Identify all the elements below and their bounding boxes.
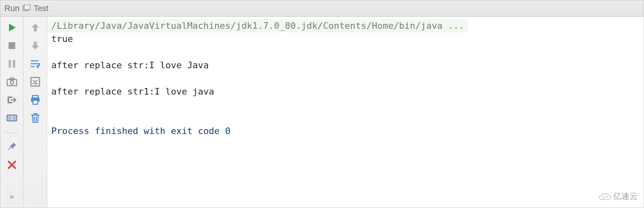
left-action-gutter: ······ » [0,17,23,208]
scroll-to-end-button[interactable] [28,74,43,89]
run-body: ······ » [0,17,644,208]
arrow-down-icon [30,40,41,51]
exit-button[interactable] [5,92,19,107]
exit-icon [6,94,18,106]
stop-button[interactable] [5,38,19,53]
soft-wrap-button[interactable] [28,56,43,71]
console-action-gutter [23,17,47,208]
close-icon [6,159,18,171]
layout-icon [6,112,18,124]
run-header: Run Test [0,0,644,17]
output-line: true [47,32,644,46]
close-button[interactable] [5,157,19,172]
svg-rect-3 [8,60,11,68]
play-icon [6,22,18,33]
console-output[interactable]: /Library/Java/JavaVirtualMachines/jdk1.7… [47,17,644,208]
tool-window-title: Run [5,4,20,13]
run-tool-window: Run Test [0,0,644,208]
expand-button[interactable]: » [5,189,19,203]
pause-button[interactable] [5,56,19,71]
watermark-text: 亿速云 [613,190,638,203]
pin-icon [6,141,18,153]
svg-rect-10 [12,116,16,120]
chevron-double-right-icon: » [9,192,14,200]
svg-rect-2 [8,42,15,49]
clear-all-button[interactable] [28,111,43,125]
run-config-name: Test [34,4,49,13]
cloud-icon [598,193,612,201]
separator-dots: ······ [5,129,19,135]
run-config-icon [22,5,30,13]
down-stack-button[interactable] [28,38,43,53]
trash-icon [30,112,41,124]
dump-threads-button[interactable] [5,74,19,89]
stop-icon [6,40,18,51]
svg-rect-4 [13,60,15,68]
print-button[interactable] [28,92,43,107]
svg-point-7 [10,81,13,84]
command-line: /Library/Java/JavaVirtualMachines/jdk1.7… [47,19,468,32]
pin-button[interactable] [5,139,19,154]
exit-status-line: Process finished with exit code 0 [47,125,644,138]
svg-rect-13 [32,96,38,98]
scroll-to-end-icon [30,76,41,88]
arrow-up-icon [30,22,41,33]
console-pre: /Library/Java/JavaVirtualMachines/jdk1.7… [47,19,644,138]
output-line: after replace str:I love Java [47,59,644,72]
svg-rect-1 [24,5,30,9]
svg-rect-15 [33,100,38,104]
print-icon [30,94,41,106]
watermark: 亿速云 [598,190,638,203]
camera-icon [6,76,18,88]
soft-wrap-icon [30,58,41,69]
up-stack-button[interactable] [28,20,43,35]
svg-rect-9 [8,116,11,120]
pause-icon [6,58,18,69]
restore-layout-button[interactable] [5,111,19,125]
output-line: after replace str1:I love java [47,85,644,98]
rerun-button[interactable] [5,20,19,35]
